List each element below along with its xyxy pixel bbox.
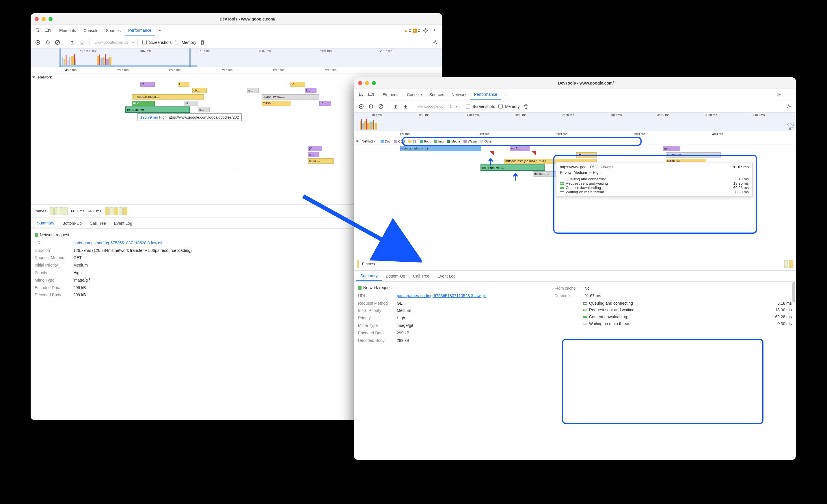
settings-icon[interactable] <box>431 39 439 46</box>
net-bar[interactable]: search (ww… <box>666 152 721 158</box>
overview-strip[interactable]: 489 ms 989 ms 1489 ms 1989 ms 2489 ms 29… <box>354 113 796 131</box>
details-tabs: Summary Bottom-Up Call Tree Event Log <box>354 271 796 282</box>
zoom-icon[interactable] <box>372 81 376 85</box>
more-tabs-icon[interactable]: » <box>155 26 164 35</box>
net-bar[interactable]: G… <box>178 81 189 87</box>
panel-tabs: Elements Console Sources Performance » ▲… <box>31 25 442 36</box>
net-bar[interactable]: lo… <box>290 81 305 87</box>
priority-change-icon <box>490 151 494 155</box>
zoom-icon[interactable] <box>49 17 53 21</box>
section-title: Network request <box>358 284 537 291</box>
minimize-icon[interactable] <box>42 17 46 21</box>
net-bar[interactable]: m=sb… <box>261 101 290 106</box>
svg-point-8 <box>435 42 436 43</box>
gc-icon[interactable] <box>199 39 206 46</box>
net-bar[interactable]: AF2… <box>132 101 155 106</box>
clear-icon[interactable] <box>377 103 385 110</box>
dtab-bottom-up[interactable]: Bottom-Up <box>382 272 409 281</box>
label: URL <box>35 240 69 247</box>
inspect-icon[interactable] <box>34 26 43 35</box>
download-icon[interactable] <box>78 39 86 46</box>
net-bar[interactable]: g… <box>198 107 210 112</box>
net-bar[interactable]: ge… <box>663 146 680 151</box>
record-icon[interactable] <box>357 103 365 110</box>
tab-console[interactable]: Console <box>80 26 102 35</box>
net-bar[interactable]: ge… <box>308 146 322 151</box>
upload-icon[interactable] <box>392 103 399 110</box>
tab-console[interactable]: Console <box>403 90 425 99</box>
tab-performance[interactable]: Performance <box>125 26 155 36</box>
dtab-call-tree[interactable]: Call Tree <box>409 272 433 281</box>
close-icon[interactable] <box>358 81 362 85</box>
memory-checkbox[interactable]: Memory <box>174 39 196 45</box>
net-bar[interactable]: hpba … <box>308 158 334 164</box>
recording-select[interactable]: www.google.com #1 <box>93 39 130 45</box>
clear-icon[interactable] <box>54 39 61 46</box>
net-bar[interactable]: cb=… <box>576 152 596 158</box>
dtab-event-log[interactable]: Event Log <box>433 272 460 281</box>
tab-performance[interactable]: Performance <box>470 90 500 100</box>
url-link[interactable]: paris-games-surfing-6753651837110528.3-l… <box>74 240 162 247</box>
more-tabs-icon[interactable]: » <box>501 90 510 99</box>
inspect-icon[interactable] <box>357 90 366 99</box>
tab-elements[interactable]: Elements <box>56 26 80 35</box>
net-bar-selected[interactable]: paris-games… <box>126 107 189 112</box>
dtab-bottom-up[interactable]: Bottom-Up <box>58 219 86 228</box>
dtab-summary[interactable]: Summary <box>33 218 58 228</box>
overview-strip[interactable]: 497 ms ms 997 ms 1497 ms 1997 ms 2497 ms… <box>31 49 442 67</box>
net-bar[interactable]: www.google.com/ (… <box>400 146 481 151</box>
frames-label: Frames <box>34 209 46 213</box>
value: 126.79ms (126.284ms network transfer + 5… <box>74 247 192 254</box>
issues-badge[interactable]: ■2 <box>412 28 421 33</box>
screenshots-checkbox[interactable]: Screenshots <box>465 103 495 109</box>
net-bar[interactable]: search (www.… <box>261 94 320 100</box>
kebab-icon[interactable]: ⋮ <box>430 26 439 35</box>
net-bar[interactable]: m=cdos,hsm,jsa,… <box>132 94 204 100</box>
warnings-badge[interactable]: ▲2 <box>403 28 411 33</box>
svg-point-3 <box>425 30 426 31</box>
net-bar[interactable]: g… <box>308 152 320 157</box>
net-bar[interactable]: l… <box>305 88 317 93</box>
record-icon[interactable] <box>34 39 42 46</box>
device-icon[interactable] <box>43 26 52 35</box>
net-bar[interactable]: R… <box>320 101 331 106</box>
label: Priority <box>358 315 393 322</box>
label: Duration <box>554 292 580 299</box>
network-track-header[interactable]: Network <box>354 138 378 145</box>
dtab-summary[interactable]: Summary <box>356 271 382 281</box>
device-icon[interactable] <box>367 90 375 99</box>
gc-icon[interactable] <box>522 103 530 110</box>
scrollbar-thumb[interactable] <box>792 282 795 302</box>
dtab-event-log[interactable]: Event Log <box>110 219 136 228</box>
settings-icon[interactable] <box>785 103 792 110</box>
gear-icon[interactable] <box>774 90 783 99</box>
memory-checkbox[interactable]: Memory <box>497 103 520 109</box>
tab-sources[interactable]: Sources <box>426 90 448 99</box>
kebab-icon[interactable]: ⋮ <box>784 90 792 99</box>
net-bar[interactable]: rs… <box>140 81 155 87</box>
tab-elements[interactable]: Elements <box>379 90 403 99</box>
label: URL <box>358 292 393 299</box>
timeline-ruler[interactable]: 497 ms 597 ms 697 ms 797 ms 897 ms 997 m… <box>31 67 442 74</box>
net-bar[interactable]: rs=A… <box>510 146 530 151</box>
screenshots-checkbox[interactable]: Screenshots <box>141 39 172 45</box>
reload-icon[interactable] <box>367 103 375 110</box>
net-bar[interactable]: cb… <box>192 88 207 93</box>
timeline-ruler[interactable]: 89 ms 189 ms 289 ms 389 ms 489 ms <box>354 131 796 138</box>
panel-tabs: Elements Console Sources Network Perform… <box>354 89 796 100</box>
url-link[interactable]: paris-games-surfing-6753651837110528.3-l… <box>397 292 486 299</box>
tab-sources[interactable]: Sources <box>102 26 124 35</box>
legend-item-css: CSS <box>394 139 405 143</box>
gear-icon[interactable] <box>421 26 430 35</box>
upload-icon[interactable] <box>68 39 76 46</box>
close-icon[interactable] <box>35 17 39 21</box>
net-bar[interactable]: Cr… <box>184 101 198 106</box>
reload-icon[interactable] <box>44 39 51 46</box>
net-bar[interactable]: g… <box>247 88 259 93</box>
label: Decoded Body <box>35 292 69 298</box>
dtab-call-tree[interactable]: Call Tree <box>86 219 110 228</box>
tab-network[interactable]: Network <box>448 90 470 99</box>
download-icon[interactable] <box>402 103 409 110</box>
minimize-icon[interactable] <box>365 81 369 85</box>
recording-select[interactable]: www.google.com #1 <box>417 103 453 109</box>
